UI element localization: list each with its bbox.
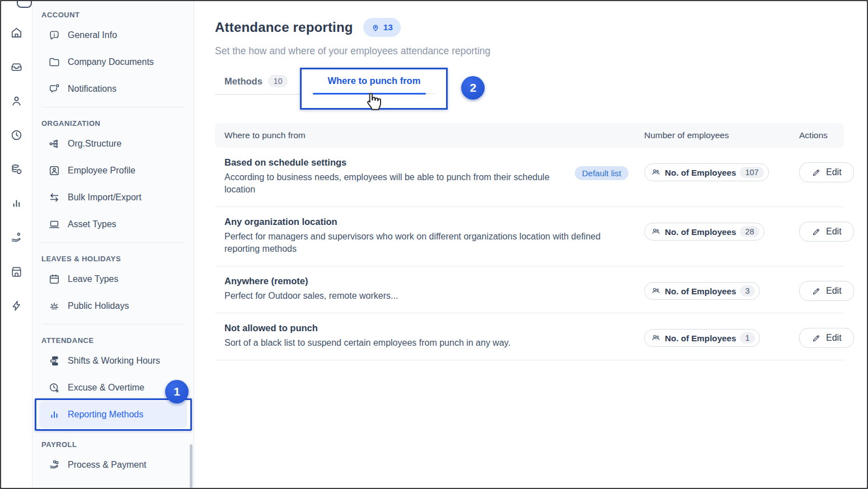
calendar-icon <box>48 273 60 285</box>
sidebar-item-asset-types[interactable]: Asset Types <box>32 211 194 238</box>
row-description: Perfect for Outdoor sales, remote worker… <box>224 290 398 302</box>
main-content: Attendance reporting 13 Set the how and … <box>194 1 867 488</box>
row-description: Sort of a black list to suspend certain … <box>224 337 510 349</box>
page-header: Attendance reporting 13 <box>215 18 844 37</box>
sidebar-item-general-info[interactable]: General Info <box>32 22 194 49</box>
edit-label: Edit <box>826 167 842 177</box>
icon-rail <box>1 1 32 488</box>
sidebar-item-label: Leave Types <box>68 274 118 284</box>
hand-coins-icon <box>48 459 60 471</box>
edit-label: Edit <box>826 286 842 296</box>
sidebar-item-notifications[interactable]: Notifications <box>32 76 194 102</box>
sunrise-icon <box>48 300 60 312</box>
employees-count-button[interactable]: No. of Employees 28 <box>644 223 764 241</box>
hand-cursor-icon <box>362 89 386 112</box>
employees-count-button[interactable]: No. of Employees 3 <box>644 282 760 300</box>
column-header-employees: Number of employees <box>644 130 799 140</box>
employees-label: No. of Employees <box>665 286 736 296</box>
sidebar-item-reporting-methods-wrap: Reporting Methods <box>39 401 187 428</box>
sidebar-item-label: Shifts & Working Hours <box>68 356 160 366</box>
storefront-icon[interactable] <box>9 265 25 278</box>
person-icon[interactable] <box>9 94 25 107</box>
home-icon[interactable] <box>9 26 25 39</box>
sidebar-item-reporting-methods[interactable]: Reporting Methods <box>39 401 187 428</box>
org-structure-icon <box>48 138 60 150</box>
laptop-icon <box>48 218 60 231</box>
folder-icon <box>48 56 60 68</box>
section-title-leaves-holidays: LEAVES & HOLIDAYS <box>32 247 194 266</box>
bar-chart-icon[interactable] <box>9 196 25 210</box>
edit-button[interactable]: Edit <box>799 162 854 182</box>
pencil-icon <box>811 227 821 237</box>
sidebar-item-shifts-working-hours[interactable]: Shifts & Working Hours <box>32 347 194 374</box>
column-header-where: Where to punch from <box>224 130 644 140</box>
people-icon <box>651 227 661 237</box>
edit-label: Edit <box>826 227 842 237</box>
row-title: Anywhere (remote) <box>224 276 398 286</box>
info-bubble-icon <box>48 29 60 41</box>
edit-button[interactable]: Edit <box>799 222 854 242</box>
employees-count-button[interactable]: No. of Employees 107 <box>644 163 769 181</box>
default-list-badge: Default list <box>575 166 628 180</box>
employees-count: 107 <box>740 167 763 178</box>
sidebar-item-label: Employee Profile <box>68 166 135 176</box>
sidebar-item-company-documents[interactable]: Company Documents <box>32 49 194 76</box>
column-header-actions: Actions <box>799 130 844 140</box>
sidebar-item-label: Company Documents <box>68 57 154 67</box>
divider <box>41 324 185 325</box>
section-title-attendance: ATTENDANCE <box>32 329 194 347</box>
employee-card-icon <box>48 164 60 177</box>
employees-label: No. of Employees <box>665 168 736 177</box>
table-row-based-on-schedule: Based on schedule settings According to … <box>215 148 844 207</box>
page-subtitle: Set the how and where of your employees … <box>215 45 844 57</box>
row-description: According to business needs, employees w… <box>224 171 552 196</box>
sidebar-item-public-holidays[interactable]: Public Holidays <box>32 293 194 319</box>
lightning-icon[interactable] <box>9 299 25 312</box>
sidebar-item-label: Org.Structure <box>68 139 121 149</box>
sidebar-item-label: General Info <box>68 30 117 40</box>
sidebar-item-leave-types[interactable]: Leave Types <box>32 266 194 293</box>
employee-count-badge: 13 <box>363 18 401 37</box>
row-title: Based on schedule settings <box>224 157 552 168</box>
sidebar-scrollbar-thumb[interactable] <box>190 444 193 488</box>
table-row-not-allowed: Not allowed to punch Sort of a black lis… <box>215 313 844 360</box>
employees-count: 28 <box>740 226 759 237</box>
employees-count: 3 <box>740 285 754 297</box>
app-window: ACCOUNT General Info Company Documents N… <box>0 0 868 489</box>
sidebar-item-label: Asset Types <box>68 219 116 229</box>
sidebar-item-employee-profile[interactable]: Employee Profile <box>32 157 194 184</box>
employees-count-button[interactable]: No. of Employees 1 <box>644 329 760 347</box>
employees-count: 1 <box>740 332 754 344</box>
row-description: Perfect for managers and supervisors who… <box>224 231 616 255</box>
table-row-any-org-location: Any organization location Perfect for ma… <box>215 207 844 266</box>
edit-button[interactable]: Edit <box>799 281 854 301</box>
inbox-icon[interactable] <box>9 60 25 73</box>
row-title: Any organization location <box>224 217 616 227</box>
transfer-arrows-icon <box>48 191 60 204</box>
tab-methods[interactable]: Methods 10 <box>215 68 293 87</box>
punch-locations-table: Where to punch from Number of employees … <box>215 123 844 360</box>
employees-label: No. of Employees <box>665 227 736 237</box>
person-pin-icon <box>371 23 380 32</box>
coins-icon[interactable] <box>9 162 25 176</box>
sidebar-item-org-structure[interactable]: Org.Structure <box>32 130 194 157</box>
annotation-step-1-circle: 1 <box>165 380 189 403</box>
section-title-organization: ORGANIZATION <box>32 112 194 130</box>
tab-methods-label: Methods <box>224 76 262 87</box>
edit-button[interactable]: Edit <box>799 328 854 348</box>
annotation-box-step-2: Where to punch from <box>300 68 448 110</box>
people-icon <box>651 333 661 343</box>
section-title-payroll: PAYROLL <box>32 428 194 452</box>
app-logo-partial <box>17 0 32 8</box>
sidebar-item-process-payment[interactable]: Process & Payment <box>32 452 194 478</box>
hand-heart-icon[interactable] <box>9 231 25 244</box>
pencil-icon <box>811 168 821 177</box>
clock-icon[interactable] <box>9 128 25 142</box>
divider <box>41 107 185 107</box>
sidebar-item-label: Process & Payment <box>68 460 147 470</box>
shifts-icon <box>48 355 60 367</box>
tabs: Methods 10 Where to punch from 2 <box>215 68 844 110</box>
sidebar-item-bulk-import-export[interactable]: Bulk Import/Export <box>32 184 194 211</box>
tab-where-to-punch-from[interactable]: Where to punch from <box>313 76 435 86</box>
page-title: Attendance reporting <box>215 20 353 35</box>
